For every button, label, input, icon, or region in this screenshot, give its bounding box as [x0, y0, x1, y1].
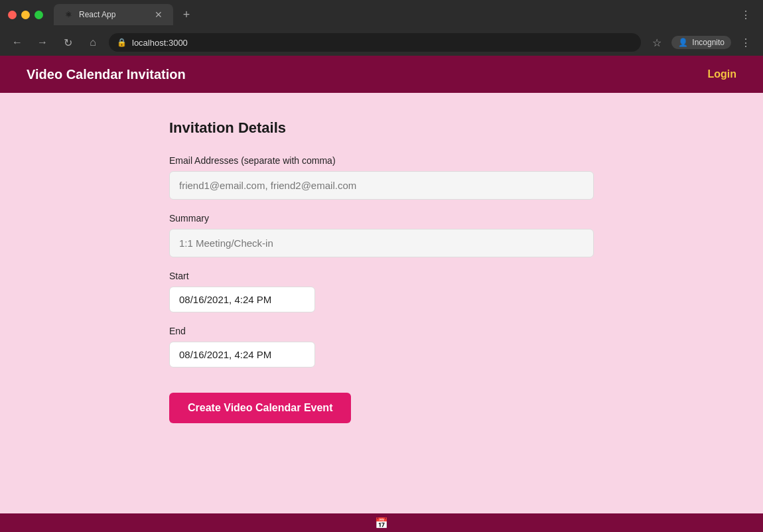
maximize-traffic-light[interactable]: [35, 11, 43, 19]
main-content: Invitation Details Email Addresses (sepa…: [0, 93, 763, 513]
traffic-lights: [8, 11, 43, 19]
back-button[interactable]: ←: [8, 33, 27, 52]
email-form-group: Email Addresses (separate with comma): [169, 155, 594, 200]
login-link[interactable]: Login: [707, 68, 736, 80]
right-nav: ☆ 👤 Incognito ⋮: [648, 33, 755, 52]
summary-label: Summary: [169, 213, 594, 224]
more-options-button[interactable]: ⋮: [736, 33, 755, 52]
tab-bar: ⚛ React App ✕ +: [54, 4, 736, 25]
start-label: Start: [169, 271, 594, 281]
browser-chrome: ⚛ React App ✕ + ⋮ ← → ↻ ⌂ 🔒 localhost:30…: [0, 0, 763, 56]
title-bar: ⚛ React App ✕ + ⋮: [0, 0, 763, 29]
app-wrapper: Video Calendar Invitation Login Invitati…: [0, 56, 763, 513]
tab-favicon-icon: ⚛: [63, 9, 74, 20]
refresh-button[interactable]: ↻: [58, 33, 77, 52]
close-traffic-light[interactable]: [8, 11, 17, 19]
tab-title: React App: [79, 10, 148, 19]
email-input[interactable]: [169, 171, 594, 200]
email-label: Email Addresses (separate with comma): [169, 155, 594, 166]
summary-input[interactable]: [169, 229, 594, 257]
bottom-bar: 📅: [0, 513, 763, 532]
forward-button[interactable]: →: [33, 33, 52, 52]
incognito-label: Incognito: [692, 38, 725, 47]
new-tab-button[interactable]: +: [177, 5, 196, 24]
end-label: End: [169, 326, 594, 336]
minimize-traffic-light[interactable]: [21, 11, 30, 19]
address-text: localhost:3000: [132, 38, 188, 48]
summary-form-group: Summary: [169, 213, 594, 257]
home-button[interactable]: ⌂: [84, 33, 102, 52]
start-datetime-input[interactable]: [169, 287, 315, 312]
create-event-button[interactable]: Create Video Calendar Event: [169, 393, 351, 423]
end-form-group: End: [169, 326, 594, 367]
form-container: Invitation Details Email Addresses (sepa…: [169, 119, 594, 423]
address-bar: ← → ↻ ⌂ 🔒 localhost:3000 ☆ 👤 Incognito ⋮: [0, 29, 763, 56]
active-tab[interactable]: ⚛ React App ✕: [54, 4, 173, 25]
app-title: Video Calendar Invitation: [27, 67, 186, 82]
browser-settings-button[interactable]: ⋮: [736, 5, 755, 24]
incognito-icon: 👤: [678, 38, 688, 47]
form-title: Invitation Details: [169, 119, 594, 137]
end-datetime-input[interactable]: [169, 342, 315, 367]
address-input-wrap[interactable]: 🔒 localhost:3000: [109, 33, 641, 52]
lock-icon: 🔒: [117, 38, 127, 47]
incognito-badge[interactable]: 👤 Incognito: [671, 36, 731, 49]
start-form-group: Start: [169, 271, 594, 312]
calendar-icon: 📅: [375, 517, 388, 529]
app-header: Video Calendar Invitation Login: [0, 56, 763, 93]
bookmark-button[interactable]: ☆: [648, 33, 666, 52]
tab-close-button[interactable]: ✕: [153, 9, 164, 20]
